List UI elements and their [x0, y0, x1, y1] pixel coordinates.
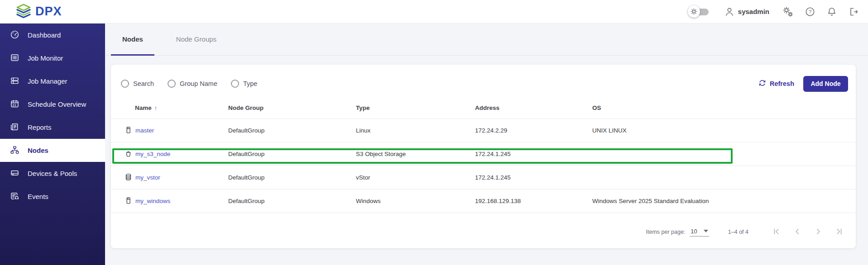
- node-group-cell: DefaultGroup: [228, 174, 356, 181]
- top-bar: DPX sysadmin: [0, 0, 868, 24]
- user-menu[interactable]: sysadmin: [724, 6, 769, 17]
- type-cell: Windows: [356, 198, 475, 204]
- sidebar-item-schedule-overview[interactable]: Schedule Overview: [0, 93, 105, 116]
- items-per-page-select[interactable]: 10: [690, 228, 709, 237]
- caret-down-icon: [704, 230, 708, 232]
- sidebar-item-label: Dashboard: [28, 31, 61, 39]
- add-node-button[interactable]: Add Node: [803, 76, 848, 92]
- refresh-button[interactable]: Refresh: [758, 79, 794, 88]
- sidebar-item-job-monitor[interactable]: Job Monitor: [0, 47, 105, 70]
- last-page-icon[interactable]: [834, 227, 844, 237]
- sidebar-item-label: Job Monitor: [28, 54, 63, 62]
- filter-option-search[interactable]: Search: [121, 80, 154, 88]
- sidebar-item-job-manager[interactable]: Job Manager: [0, 70, 105, 93]
- address-cell: 172.24.1.245: [475, 151, 592, 157]
- sidebar-item-label: Job Manager: [28, 77, 67, 85]
- tab-node-groups[interactable]: Node Groups: [165, 24, 228, 56]
- refresh-icon: [758, 79, 766, 88]
- radio-label: Type: [243, 80, 257, 87]
- tab-nodes[interactable]: Nodes: [111, 24, 154, 56]
- node-link[interactable]: master: [135, 127, 154, 134]
- column-header-type[interactable]: Type: [356, 104, 475, 111]
- table-header-row: Name ↑ Node Group Type Address OS: [111, 97, 856, 119]
- radio-label: Group Name: [180, 80, 217, 87]
- sitemap-icon: [10, 145, 19, 156]
- address-cell: 192.168.129.138: [475, 198, 592, 204]
- column-header-label: Name: [135, 104, 152, 111]
- stacked-bars-icon: [10, 76, 19, 87]
- node-link[interactable]: my_windows: [135, 198, 170, 204]
- sidebar-item-label: Events: [28, 193, 48, 200]
- pager-controls: [772, 227, 844, 237]
- sidebar-item-reports[interactable]: Reports: [0, 116, 105, 139]
- refresh-label: Refresh: [770, 80, 794, 87]
- column-header-node-group[interactable]: Node Group: [228, 104, 356, 111]
- calendar-icon: [10, 99, 19, 110]
- table-row[interactable]: my_windows DefaultGroup Windows 192.168.…: [111, 189, 856, 213]
- notifications-bell-icon[interactable]: [826, 6, 837, 17]
- paginator: Items per page: 10 1–4 of 4: [111, 213, 856, 245]
- sidebar-item-label: Reports: [28, 123, 52, 131]
- radio-icon[interactable]: [231, 80, 239, 88]
- toggle-thumb-gear-icon: [688, 5, 700, 18]
- column-header-name[interactable]: Name ↑: [125, 104, 228, 111]
- sort-asc-icon[interactable]: ↑: [154, 104, 158, 111]
- filter-row: Search Group Name Type: [111, 65, 856, 97]
- next-page-icon[interactable]: [814, 227, 823, 237]
- theme-toggle[interactable]: [688, 8, 709, 16]
- address-cell: 172.24.1.245: [475, 174, 592, 181]
- name-cell: master: [125, 126, 228, 136]
- table-row[interactable]: master DefaultGroup Linux 172.24.2.29 UN…: [111, 119, 856, 142]
- table-row[interactable]: my_vstor DefaultGroup vStor 172.24.1.245: [111, 166, 856, 189]
- database-icon: [125, 173, 132, 183]
- table-row[interactable]: my_s3_node DefaultGroup S3 Object Storag…: [111, 142, 856, 166]
- radio-icon[interactable]: [121, 80, 129, 88]
- settings-gears-icon[interactable]: [782, 6, 794, 18]
- prev-page-icon[interactable]: [793, 227, 802, 237]
- logout-icon[interactable]: [848, 6, 859, 17]
- name-cell: my_windows: [125, 196, 228, 206]
- top-bar-actions: sysadmin ?: [688, 6, 859, 18]
- layers-stack-icon: [15, 4, 32, 20]
- address-cell: 172.24.2.29: [475, 127, 592, 134]
- column-header-os[interactable]: OS: [592, 104, 856, 111]
- help-icon[interactable]: ?: [805, 6, 815, 17]
- sidebar-item-devices-pools[interactable]: Devices & Pools: [0, 162, 105, 185]
- nodes-card: Search Group Name Type: [111, 65, 856, 248]
- node-group-cell: DefaultGroup: [228, 151, 356, 157]
- sidebar-item-label: Nodes: [28, 147, 48, 154]
- os-cell: UNIX LINUX: [592, 127, 856, 134]
- name-cell: my_vstor: [125, 173, 228, 183]
- node-group-cell: DefaultGroup: [228, 198, 356, 204]
- type-cell: Linux: [356, 127, 475, 134]
- storage-drive-icon: [10, 168, 19, 179]
- tab-bar: Nodes Node Groups: [105, 24, 868, 56]
- sidebar-item-label: Schedule Overview: [28, 100, 86, 108]
- radio-icon[interactable]: [168, 80, 176, 88]
- sidebar-item-events[interactable]: Events: [0, 185, 105, 208]
- node-group-cell: DefaultGroup: [228, 127, 356, 134]
- node-link[interactable]: my_s3_node: [135, 151, 170, 157]
- event-log-bell-icon: [10, 191, 19, 202]
- username-label: sysadmin: [738, 8, 769, 15]
- filter-option-type[interactable]: Type: [231, 80, 257, 88]
- name-cell: my_s3_node: [125, 149, 228, 159]
- table-actions: Refresh Add Node: [758, 76, 848, 92]
- type-cell: S3 Object Storage: [356, 151, 475, 157]
- column-header-address[interactable]: Address: [475, 104, 592, 111]
- dpx-app: DPX sysadmin: [0, 0, 868, 265]
- brand-logo[interactable]: DPX: [15, 4, 62, 20]
- sidebar-item-nodes[interactable]: Nodes: [0, 139, 105, 162]
- list-box-icon: [10, 53, 19, 64]
- first-page-icon[interactable]: [772, 227, 781, 237]
- items-per-page-label: Items per page:: [646, 229, 685, 235]
- radio-label: Search: [133, 80, 154, 87]
- server-icon: [125, 196, 132, 206]
- sidebar-item-dashboard[interactable]: Dashboard: [0, 24, 105, 47]
- filter-option-group-name[interactable]: Group Name: [168, 80, 217, 88]
- main-content: Nodes Node Groups Search Group Name: [105, 24, 868, 265]
- os-cell: Windows Server 2025 Standard Evaluation: [592, 198, 856, 204]
- filter-radio-group: Search Group Name Type: [121, 80, 257, 88]
- node-link[interactable]: my_vstor: [135, 174, 160, 181]
- newspaper-icon: [10, 122, 19, 133]
